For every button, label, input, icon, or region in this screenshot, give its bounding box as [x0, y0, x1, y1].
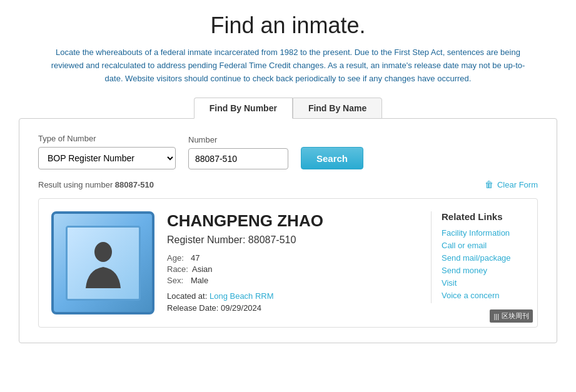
- register-number-label: Register Number:: [167, 234, 248, 245]
- person-silhouette-icon: [84, 238, 122, 288]
- trash-icon: 🗑: [485, 179, 493, 189]
- avatar-inner: [66, 226, 141, 301]
- located-at-label: Located at:: [167, 291, 210, 301]
- release-date: Release Date: 09/29/2024: [167, 303, 418, 313]
- tab-find-by-number[interactable]: Find By Number: [194, 98, 293, 119]
- sex-value: Male: [191, 276, 208, 285]
- tabs-container: Find By Number Find By Name: [19, 98, 557, 119]
- avatar-container: [51, 211, 154, 314]
- result-container: CHANGPENG ZHAO Register Number: 88087-51…: [38, 198, 538, 328]
- clear-form-button[interactable]: 🗑 Clear Form: [485, 179, 538, 189]
- related-link-send-mail[interactable]: Send mail/package: [442, 253, 525, 263]
- race-value: Asian: [192, 264, 213, 274]
- age-row: Age: 47: [167, 253, 418, 263]
- number-type-select[interactable]: BOP Register Number FBI Number INS Numbe…: [38, 147, 176, 169]
- register-number-value: 88087-510: [248, 234, 296, 245]
- age-label: Age:: [167, 253, 187, 263]
- type-of-number-group: Type of Number BOP Register Number FBI N…: [38, 134, 176, 169]
- sex-label: Sex:: [167, 276, 187, 285]
- related-link-send-money[interactable]: Send money: [442, 266, 525, 275]
- related-link-facility[interactable]: Facility Information: [442, 228, 525, 238]
- search-panel: Type of Number BOP Register Number FBI N…: [19, 118, 557, 343]
- search-button[interactable]: Search: [301, 147, 363, 169]
- race-label: Race:: [167, 264, 188, 274]
- subtitle: Locate the whereabouts of a federal inma…: [19, 46, 557, 85]
- register-number: Register Number: 88087-510: [167, 234, 418, 246]
- result-text: Result using number 88087-510: [38, 180, 154, 189]
- clear-form-label: Clear Form: [497, 180, 538, 189]
- age-value: 47: [191, 253, 200, 263]
- inmate-info: CHANGPENG ZHAO Register Number: 88087-51…: [167, 211, 418, 313]
- sex-row: Sex: Male: [167, 276, 418, 285]
- inmate-name: CHANGPENG ZHAO: [167, 211, 418, 231]
- number-group: Number: [188, 135, 288, 169]
- race-row: Race: Asian: [167, 264, 418, 274]
- related-link-voice-concern[interactable]: Voice a concern: [442, 291, 525, 300]
- result-prefix: Result using number: [38, 180, 115, 189]
- release-date-label: Release Date:: [167, 303, 221, 313]
- page-title: Find an inmate.: [19, 13, 557, 39]
- watermark-text: 区块周刊: [502, 311, 529, 321]
- result-bar: Result using number 88087-510 🗑 Clear Fo…: [38, 179, 538, 189]
- svg-point-0: [94, 242, 112, 262]
- number-input[interactable]: [188, 148, 288, 169]
- result-number: 88087-510: [115, 180, 154, 189]
- facility-link[interactable]: Long Beach RRM: [210, 291, 274, 301]
- related-link-call-email[interactable]: Call or email: [442, 241, 525, 250]
- number-label: Number: [188, 135, 288, 144]
- tab-find-by-name[interactable]: Find By Name: [293, 98, 382, 119]
- located-at: Located at: Long Beach RRM: [167, 291, 418, 301]
- search-fields: Type of Number BOP Register Number FBI N…: [38, 134, 538, 169]
- watermark: ||| 区块周刊: [490, 309, 533, 323]
- related-link-visit[interactable]: Visit: [442, 278, 525, 288]
- type-of-number-label: Type of Number: [38, 134, 176, 143]
- watermark-bars: |||: [493, 313, 499, 320]
- release-date-value: 09/29/2024: [221, 303, 261, 313]
- related-links-panel: Related Links Facility Information Call …: [431, 211, 525, 303]
- page-container: Find an inmate. Locate the whereabouts o…: [0, 0, 576, 356]
- related-links-title: Related Links: [442, 211, 525, 222]
- result-card: CHANGPENG ZHAO Register Number: 88087-51…: [38, 198, 538, 328]
